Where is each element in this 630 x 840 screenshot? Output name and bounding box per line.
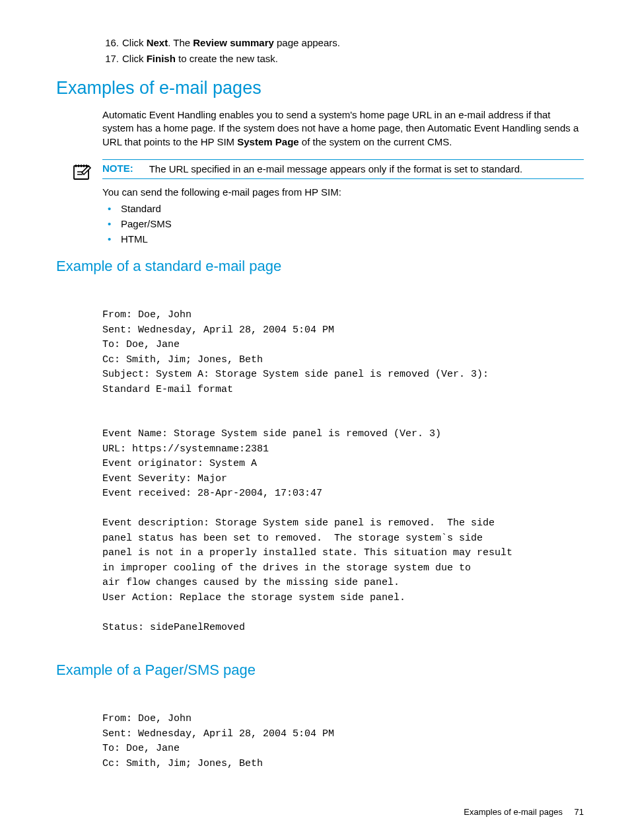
subsection-pager-sms: Example of a Pager/SMS page (56, 662, 584, 679)
note-block: NOTE: The URL specified in an e-mail mes… (102, 159, 584, 179)
page-number: 71 (575, 807, 584, 817)
footer-text: Examples of e-mail pages (464, 807, 563, 817)
list-item: HTML (121, 233, 584, 246)
after-note-text: You can send the following e-mail pages … (102, 186, 584, 200)
step-text-post: page appears. (274, 37, 340, 48)
step-number: 17. (102, 52, 119, 65)
step-17: 17. Click Finish to create the new task. (122, 52, 584, 65)
email-types-list: Standard Pager/SMS HTML (56, 202, 584, 247)
pager-sms-email-example: From: Doe, John Sent: Wednesday, April 2… (102, 712, 584, 771)
step-text-pre: Click (122, 37, 147, 48)
section-heading-examples: Examples of e-mail pages (56, 78, 584, 98)
list-item: Standard (121, 202, 584, 215)
numbered-steps: 16. Click Next. The Review summary page … (56, 36, 584, 66)
note-row: NOTE: The URL specified in an e-mail mes… (102, 160, 584, 178)
page-footer: Examples of e-mail pages 71 (464, 807, 584, 817)
note-label: NOTE: (102, 163, 133, 174)
step-bold-1: Finish (147, 53, 176, 64)
step-bold-1: Next (147, 37, 168, 48)
subsection-standard-email: Example of a standard e-mail page (56, 258, 584, 275)
step-text-mid: . The (168, 37, 193, 48)
step-16: 16. Click Next. The Review summary page … (122, 36, 584, 50)
intro-post: of the system on the current CMS. (299, 136, 452, 147)
standard-email-example: From: Doe, John Sent: Wednesday, April 2… (102, 308, 584, 635)
note-icon (72, 163, 92, 183)
intro-paragraph: Automatic Event Handling enables you to … (102, 108, 584, 149)
step-number: 16. (102, 36, 119, 50)
step-bold-2: Review summary (193, 37, 274, 48)
document-page: 16. Click Next. The Review summary page … (0, 0, 630, 840)
note-text: The URL specified in an e-mail message a… (149, 163, 584, 176)
note-rule-bottom (102, 178, 584, 179)
list-item: Pager/SMS (121, 217, 584, 231)
step-text-pre: Click (122, 53, 147, 64)
step-text-mid: to create the new task. (176, 53, 278, 64)
intro-bold: System Page (237, 136, 298, 147)
